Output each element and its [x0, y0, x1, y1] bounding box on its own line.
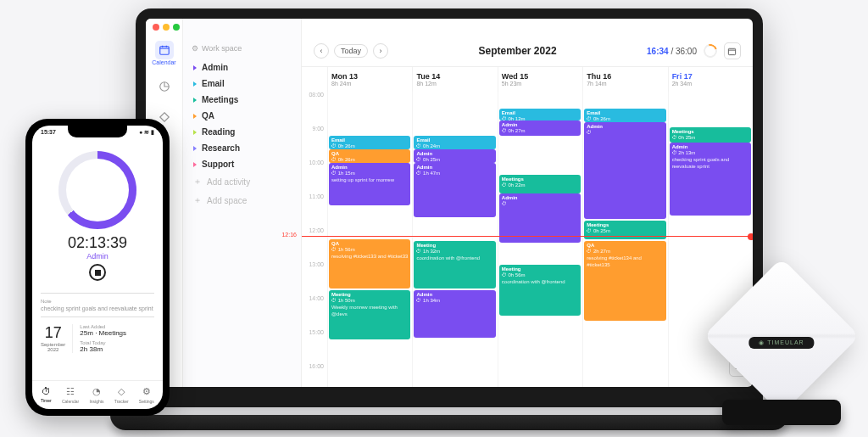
add-space[interactable]: ＋Add space — [192, 191, 292, 210]
svg-rect-2 — [729, 48, 736, 54]
settings-icon: ⚙ — [142, 386, 151, 397]
window-controls[interactable] — [153, 24, 180, 31]
next-week[interactable]: › — [373, 43, 388, 59]
workspace-header[interactable]: ⚙Work space — [192, 44, 292, 53]
sidebar-item-email[interactable]: Email — [192, 76, 292, 92]
color-dot-icon — [193, 146, 197, 151]
color-dot-icon — [193, 162, 197, 167]
tracker-device: ◉ TIMEULAR — [705, 281, 858, 425]
gear-icon: ⚙ — [192, 44, 198, 53]
event-block[interactable]: Admin⏱ 1h 34m — [414, 290, 495, 338]
phone-frame: 15:37● ≋ ▮ 02:13:39 Admin Note checking … — [25, 119, 170, 416]
day-header[interactable]: Mon 138h 24m — [327, 67, 412, 92]
rail-insights[interactable] — [153, 77, 176, 96]
topbar: ‹ Today › September 2022 16:34 / 36:00 — [302, 19, 753, 66]
event-block[interactable]: Meeting⏱ 1h 32mcoordination with @fronte… — [414, 241, 495, 289]
calendar-grid[interactable]: 08:009:0010:0011:0012:0013:0014:0015:001… — [302, 92, 753, 387]
event-block[interactable]: Meeting⏱ 1h 50mWeekly monrew meeting wit… — [329, 290, 410, 339]
rail-calendar[interactable]: Calendar — [153, 41, 176, 65]
device-brand: ◉ TIMEULAR — [748, 337, 814, 349]
event-block[interactable]: Admin⏱ 2h 13mchecking sprint goals and r… — [670, 143, 751, 216]
event-block[interactable]: QA⏱ 2h 27mresolving #ticket134 and #tick… — [584, 241, 665, 321]
insights-icon: ◔ — [92, 386, 101, 397]
timer-ring — [58, 151, 136, 229]
color-dot-icon — [193, 98, 197, 103]
current-task: Admin — [32, 252, 163, 261]
note-field[interactable]: Note checking sprint goals and reevaluat… — [41, 293, 154, 317]
sidebar-item-reading[interactable]: Reading — [192, 124, 292, 140]
color-dot-icon — [193, 114, 197, 119]
event-block[interactable]: QA⏱ 0h 26m — [329, 149, 410, 163]
app-window: Calendar ⚙Work space AdminEmailMeetingsQ… — [146, 19, 753, 387]
event-block[interactable]: Meeting⏱ 0h 56mcoordination with @fronte… — [499, 265, 581, 316]
tab-timer[interactable]: ⏱Timer — [41, 386, 52, 404]
event-block[interactable]: Admin⏱ — [584, 122, 665, 219]
day-header[interactable]: Wed 155h 23m — [498, 67, 582, 92]
time-current: 16:34 — [647, 47, 669, 56]
prev-week[interactable]: ‹ — [314, 43, 329, 59]
tab-calendar[interactable]: ☷Calendar — [62, 386, 79, 404]
event-block[interactable]: Email⏱ 0h 12m — [499, 109, 581, 120]
stop-button[interactable] — [89, 264, 106, 281]
event-block[interactable]: Admin⏱ 1h 47m — [414, 163, 495, 217]
color-dot-icon — [193, 81, 197, 87]
day-header[interactable]: Thu 167h 14m — [582, 67, 667, 92]
month-title: September 2022 — [479, 45, 557, 57]
sidebar-item-meetings[interactable]: Meetings — [192, 92, 292, 108]
stop-icon — [95, 270, 101, 276]
sidebar-item-support[interactable]: Support — [192, 156, 292, 172]
notch — [68, 126, 127, 137]
event-block[interactable]: Admin⏱ 0h 25m — [414, 149, 495, 163]
tracker-icon: ◇ — [118, 386, 125, 397]
event-block[interactable]: Meetings⏱ 0h 22m — [499, 175, 581, 193]
wifi-battery-icon: ● ≋ ▮ — [139, 129, 154, 136]
add-activity[interactable]: ＋Add activity — [192, 172, 292, 191]
main-content: ‹ Today › September 2022 16:34 / 36:00 M… — [302, 19, 753, 387]
svg-rect-0 — [159, 47, 169, 54]
last-added: 25m · Meetings — [80, 329, 154, 337]
calendar-view-icon[interactable] — [724, 42, 741, 59]
event-block[interactable]: Email⏱ 0h 26m — [329, 136, 410, 149]
sidebar-item-admin[interactable]: Admin — [192, 59, 292, 76]
laptop-base — [110, 415, 788, 430]
date-display: 17 September 2022 — [41, 324, 65, 353]
calendar: Mon 138h 24mTue 148h 12mWed 155h 23mThu … — [302, 66, 753, 387]
event-block[interactable]: Admin⏱ 1h 15msetting up sprint for monre… — [329, 163, 410, 205]
timer-value: 02:13:39 — [32, 234, 163, 252]
event-block[interactable]: QA⏱ 1h 56mresolving #ticket133 and #tick… — [329, 239, 410, 289]
tab-tracker[interactable]: ◇Tracker — [114, 386, 129, 404]
color-dot-icon — [193, 130, 197, 135]
sidebar-item-research[interactable]: Research — [192, 140, 292, 156]
event-block[interactable]: Email⏱ 0h 26m — [584, 109, 665, 122]
day-header[interactable]: Fri 172h 34m — [668, 67, 753, 92]
now-indicator: 12:16 — [302, 236, 753, 237]
event-block[interactable]: Email⏱ 0h 24m — [414, 136, 495, 149]
tab-settings[interactable]: ⚙Settings — [139, 386, 154, 404]
today-button[interactable]: Today — [334, 44, 368, 58]
event-block[interactable]: Meetings⏱ 0h 25m — [670, 127, 751, 143]
calendar-icon: ☷ — [66, 386, 75, 397]
progress-ring-icon — [701, 42, 720, 60]
device-dock — [722, 400, 841, 425]
total-today: 2h 38m — [80, 345, 154, 353]
calendar-icon — [155, 41, 174, 59]
sidebar: ⚙Work space AdminEmailMeetingsQAReadingR… — [183, 19, 302, 387]
sidebar-item-qa[interactable]: QA — [192, 108, 292, 124]
color-dot-icon — [193, 65, 197, 70]
tab-insights[interactable]: ◔Insights — [89, 386, 103, 404]
laptop-frame: Calendar ⚙Work space AdminEmailMeetingsQ… — [136, 8, 763, 407]
event-block[interactable]: Admin⏱ 0h 27m — [499, 120, 581, 136]
time-total: 36:00 — [676, 47, 697, 56]
day-header[interactable]: Tue 148h 12m — [412, 67, 497, 92]
timer-icon: ⏱ — [42, 386, 51, 396]
phone-screen: 15:37● ≋ ▮ 02:13:39 Admin Note checking … — [32, 126, 163, 409]
pie-icon — [155, 77, 174, 96]
rail-label: Calendar — [152, 59, 175, 65]
